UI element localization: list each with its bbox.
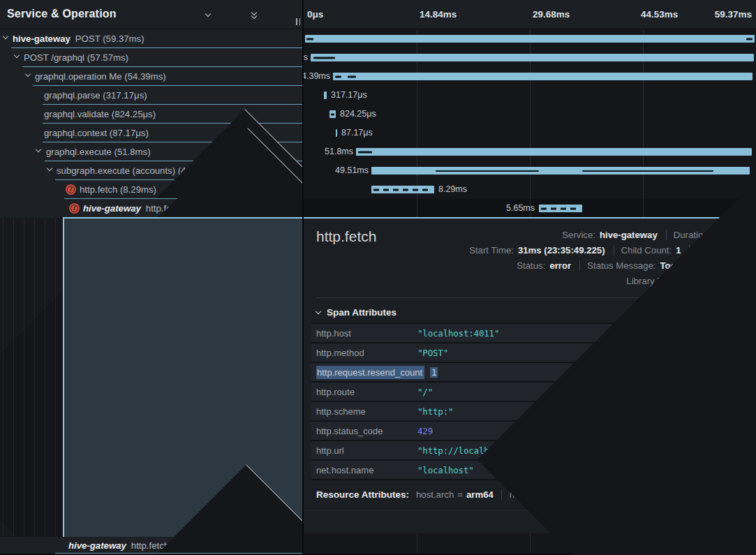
span-label: POST (59.37ms) (75, 34, 144, 44)
span-bar[interactable] (305, 35, 755, 43)
timeline-rows: 57.57ms 54.39ms 317.17μs 82 (304, 29, 756, 218)
double-chevron-right-icon[interactable] (272, 9, 283, 20)
tree-row-http-fetch-4ms[interactable]: hive-gatewayhttp.fetch (4.05ms) (0, 537, 302, 554)
timeline-row[interactable]: 8.29ms (304, 180, 756, 199)
duration-label: 5.65ms (506, 203, 535, 213)
tree-toolbar (202, 0, 283, 29)
chevron-right-icon[interactable] (225, 9, 237, 20)
timeline-row[interactable]: 57.57ms (304, 48, 756, 67)
attribute-key: http.host (316, 328, 417, 339)
span-bar[interactable] (336, 129, 337, 137)
meta-value: error (549, 260, 571, 271)
panel-resize-handle[interactable] (296, 18, 300, 25)
bar-marker (582, 170, 713, 172)
time-tick: 29.68ms (533, 9, 570, 20)
attribute-key: http.request.resend_count (316, 366, 424, 379)
span-tree: hive-gatewayPOST (59.37ms) POST /graphql… (0, 29, 302, 218)
meta-label: Service: (562, 230, 595, 240)
timeline-row-selected[interactable]: 5.65ms (304, 199, 756, 218)
span-label: http.fetch (8.29ms) (0, 184, 156, 195)
attribute-key: http.method (316, 348, 417, 358)
span-bar[interactable] (311, 54, 754, 61)
bar-marker (313, 57, 335, 59)
tree-row-graphql-parse[interactable]: graphql.parse (317.17μs) (0, 86, 302, 105)
tree-row-graphql-operation[interactable]: graphql.operation Me (54.39ms) (0, 67, 302, 86)
bar-marker (358, 151, 372, 153)
attribute-key: net.host.name (316, 465, 417, 475)
time-tick: 14.84ms (420, 9, 457, 20)
timeline-row[interactable]: 824.25μs (304, 105, 756, 124)
timeline-row[interactable]: 54.39ms (304, 67, 756, 86)
timeline-row[interactable] (304, 29, 756, 48)
meta-separator (614, 245, 614, 256)
span-bar[interactable] (324, 91, 327, 99)
attribute-key: http.status_code (316, 426, 417, 436)
trace-viewer: Service & Operation hive-gatewayPOST (59… (0, 0, 756, 555)
timeline-row[interactable]: 317.17μs (304, 86, 756, 105)
span-bar[interactable] (356, 148, 752, 156)
bar-marker (331, 113, 334, 115)
span-bar[interactable] (539, 205, 582, 212)
meta-label: Start Time: (469, 245, 514, 256)
tree-title: Service & Operation (7, 8, 117, 20)
attribute-key: http.url (316, 445, 417, 456)
time-tick: 59.37ms (715, 9, 752, 20)
panel-divider[interactable] (302, 0, 304, 555)
timeline-row[interactable]: 49.51ms (304, 161, 756, 180)
duration-label: 49.51ms (335, 165, 369, 175)
span-bar[interactable] (333, 73, 753, 80)
tree-row-http-fetch-selected[interactable]: hive-gatewayhttp.fetch (5.65ms) (0, 199, 302, 218)
chevron-right-icon[interactable] (477, 480, 756, 500)
duration-label: 57.57ms (304, 52, 308, 62)
timeline-row[interactable]: 87.17μs (304, 124, 756, 142)
tree-header: Service & Operation (0, 0, 302, 29)
tree-row-post-graphql[interactable]: POST /graphql (57.57ms) (0, 48, 302, 67)
span-detail-panel: http.fetch Service: hive-gateway Duratio… (304, 217, 756, 533)
chevron-down-icon[interactable] (316, 309, 321, 314)
meta-label: Status: (517, 260, 545, 271)
error-status-icon (69, 203, 80, 214)
meta-label: Child Count: (621, 245, 672, 256)
time-tick: 44.53ms (641, 9, 678, 20)
duration-label: 51.8ms (325, 147, 353, 156)
time-tick: 0μs (307, 9, 323, 20)
duration-label: 8.29ms (438, 184, 467, 194)
bar-marker (746, 38, 753, 40)
resource-attributes-bar[interactable]: Resource Attributes: host.arch = arm64 h… (304, 480, 756, 500)
timeline-row[interactable]: 51.8ms (304, 142, 756, 161)
attribute-key: http.scheme (316, 406, 417, 417)
gridline (417, 533, 417, 554)
timeline-panel: 0μs 14.84ms 29.68ms 44.53ms 59.37ms 57.5… (304, 0, 756, 555)
span-label: POST /graphql (57.57ms) (0, 52, 128, 63)
service-name: hive-gateway (68, 540, 126, 551)
span-label: graphql.parse (317.17μs) (0, 90, 147, 101)
bar-marker (348, 75, 356, 77)
span-title: http.fetch (316, 228, 376, 245)
span-bar[interactable] (329, 110, 336, 118)
equals-sign: = (457, 489, 463, 500)
chevron-down-icon[interactable] (202, 9, 214, 20)
section-heading: Span Attributes (327, 307, 396, 318)
resource-value: arm64 (466, 489, 494, 500)
span-label: graphql.validate (824.25μs) (0, 109, 156, 119)
section-heading: Resource Attributes: (316, 489, 409, 500)
meta-separator (501, 489, 502, 500)
meta-separator (579, 260, 580, 271)
attribute-value: 1 (430, 367, 438, 378)
span-bar[interactable] (371, 186, 434, 193)
double-chevron-down-icon[interactable] (249, 9, 260, 20)
error-status-icon (66, 184, 76, 195)
span-bar[interactable] (371, 167, 750, 175)
duration-label: 87.17μs (341, 128, 373, 138)
gridline (530, 533, 531, 554)
service-name: hive-gateway (83, 203, 141, 214)
tree-row-root[interactable]: hive-gatewayPOST (59.37ms) (0, 29, 302, 48)
meta-value: hive-gateway (600, 230, 658, 240)
duration-label: 54.39ms (304, 71, 330, 81)
meta-value: 31ms (23:35:49.225) (518, 245, 605, 256)
timeline-header: 0μs 14.84ms 29.68ms 44.53ms 59.37ms (304, 0, 756, 29)
meta-separator (666, 230, 667, 240)
meta-label: Status Message: (587, 260, 655, 271)
span-tree-panel: Service & Operation hive-gatewayPOST (59… (0, 0, 302, 555)
bar-marker (541, 207, 580, 209)
